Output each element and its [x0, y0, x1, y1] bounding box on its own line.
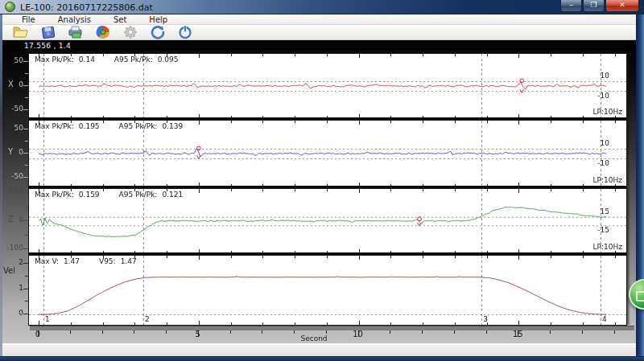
stat-label: A95 Pk/Pk:	[119, 122, 158, 130]
y-tick	[25, 207, 28, 207]
stat-value: 0.14	[79, 55, 95, 64]
menu-set[interactable]: Set	[114, 15, 136, 24]
y-stats: Max Pk/Pk: 0.195 A95 Pk/Pk: 0.139	[35, 122, 183, 130]
titlebar: LE-100: 20160717225806.dat – ❐ ✕	[0, 0, 644, 14]
y-tick-label: 1	[6, 284, 23, 292]
app-window: LE-100: 20160717225806.dat – ❐ ✕ File An…	[0, 0, 644, 361]
stat-value: 1.47	[121, 257, 137, 265]
y-tick-label: -50	[6, 172, 23, 180]
event-marker-label: 2	[145, 315, 150, 323]
y-tick	[25, 165, 28, 166]
velocity-panel: Max V: 1.47 V95: 1.47	[28, 255, 627, 326]
y-tick-label: -50	[6, 105, 23, 113]
stat-value: 0.095	[158, 55, 179, 64]
threshold-hi-label: 15	[601, 207, 609, 215]
y-tick	[25, 97, 28, 98]
stat-value: 0.195	[79, 122, 100, 130]
lowpass-label: LP:10Hz	[593, 243, 622, 251]
y-tick-label: 0	[6, 80, 23, 88]
x-stats: Max Pk/Pk: 0.14 A95 Pk/Pk: 0.095	[35, 55, 178, 64]
stat-label: A95 Pk/Pk:	[114, 55, 153, 64]
x-trace-canvas[interactable]	[29, 54, 626, 118]
save-button[interactable]	[39, 25, 57, 39]
time-tick-label: 10	[350, 330, 366, 338]
window-bottom-border	[0, 356, 644, 361]
y-tick	[23, 153, 28, 154]
vel-stats: Max V: 1.47 V95: 1.47	[35, 257, 137, 265]
power-button[interactable]	[176, 25, 194, 39]
settings-button[interactable]	[122, 25, 139, 39]
lowpass-label: LP:10Hz	[593, 176, 622, 184]
close-button[interactable]: ✕	[605, 0, 639, 12]
y-tick	[23, 129, 28, 129]
y-tick	[25, 73, 28, 74]
y-trace-canvas[interactable]	[29, 121, 626, 187]
palette-button[interactable]	[94, 25, 112, 39]
y-tick-label: 100	[6, 187, 23, 195]
y-tick	[25, 235, 28, 236]
stat-value: 0.159	[79, 191, 100, 199]
stat-value: 0.139	[162, 122, 183, 130]
z-trace-canvas[interactable]	[29, 189, 626, 253]
y-tick	[23, 61, 28, 62]
cursor-readout: 17.556 , 1.4	[24, 42, 71, 50]
y-tick-label: 50	[6, 56, 23, 64]
stat-label: A95 Pk/Pk:	[119, 191, 158, 199]
minimize-button[interactable]: –	[560, 0, 582, 12]
stat-label: Max Pk/Pk:	[35, 122, 74, 130]
menu-file[interactable]: File	[22, 15, 45, 24]
power-icon	[178, 25, 192, 39]
y-tick	[23, 109, 28, 110]
y-tick	[23, 220, 28, 221]
y-tick	[25, 276, 28, 277]
y-tick-label: 0	[6, 148, 23, 156]
y-tick-label: -100	[6, 244, 23, 252]
printer-icon	[68, 26, 84, 39]
menu-analysis[interactable]: Analysis	[58, 15, 101, 24]
open-folder-icon	[13, 26, 29, 39]
app-icon	[5, 2, 15, 12]
save-disk-icon	[41, 25, 56, 39]
threshold-lo-label: -15	[597, 226, 609, 234]
y-tick	[23, 263, 28, 264]
status-bar	[2, 343, 636, 356]
open-file-button[interactable]	[12, 25, 30, 39]
plot-shadow	[627, 53, 630, 325]
time-tick-label: 5	[190, 330, 206, 338]
y-tick-label: 0	[6, 309, 23, 317]
threshold-hi-label: 10	[601, 139, 609, 147]
y-tick	[25, 141, 28, 142]
stat-value: 0.121	[162, 191, 183, 199]
panel-axis-letter-vel: Vel	[3, 266, 15, 275]
toolbar	[2, 25, 636, 40]
z-stats: Max Pk/Pk: 0.159 A95 Pk/Pk: 0.121	[35, 191, 183, 199]
y-tick	[25, 301, 28, 302]
y-tick	[23, 192, 28, 193]
refresh-icon	[151, 25, 165, 39]
stat-label: Max Pk/Pk:	[35, 191, 74, 199]
event-marker-label: 3	[483, 315, 488, 323]
menu-help[interactable]: Help	[149, 15, 177, 24]
y-tick	[23, 289, 28, 289]
y-tick	[23, 177, 28, 178]
stat-label: Max Pk/Pk:	[35, 55, 74, 64]
menubar: File Analysis Set Help	[2, 14, 636, 25]
stat-label: V95:	[99, 257, 116, 265]
x-accel-panel: Max Pk/Pk: 0.14 A95 Pk/Pk: 0.095 10 -10 …	[28, 53, 627, 119]
window-title: LE-100: 20160717225806.dat	[20, 2, 153, 13]
vel-trace-canvas[interactable]	[29, 256, 626, 325]
z-accel-panel: Max Pk/Pk: 0.159 A95 Pk/Pk: 0.121 15 -15…	[28, 188, 627, 254]
y-tick	[23, 314, 28, 314]
x-axis-title: Second	[288, 334, 340, 343]
threshold-lo-label: -10	[597, 159, 609, 167]
maximize-button[interactable]: ❐	[583, 0, 605, 12]
threshold-hi-label: 10	[601, 72, 609, 80]
print-button[interactable]	[67, 25, 85, 39]
y-tick	[23, 85, 28, 86]
refresh-button[interactable]	[149, 25, 167, 39]
stat-value: 1.47	[64, 257, 80, 265]
gear-icon	[123, 25, 138, 39]
y-tick-label: 2	[6, 258, 23, 266]
event-marker-label: 4	[602, 315, 607, 323]
y-tick-label: 0	[6, 215, 23, 224]
